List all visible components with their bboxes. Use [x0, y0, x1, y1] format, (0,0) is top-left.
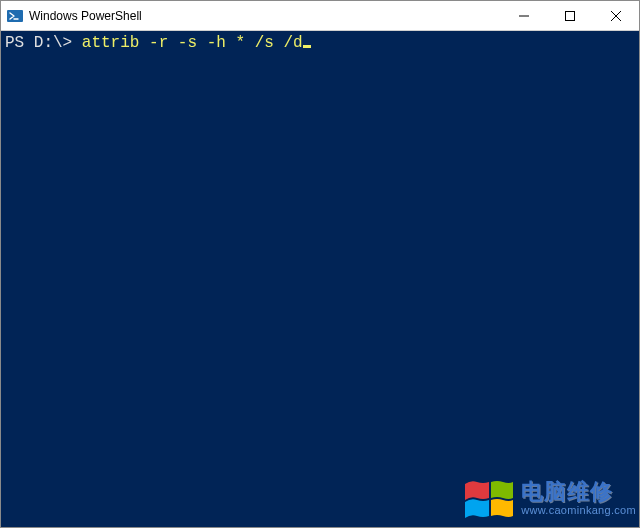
- cursor: [303, 45, 311, 48]
- command-text: attrib -r -s -h * /s /d: [82, 34, 303, 52]
- prompt-text: PS D:\>: [5, 34, 82, 52]
- minimize-button[interactable]: [501, 1, 547, 30]
- window-title: Windows PowerShell: [29, 9, 501, 23]
- close-button[interactable]: [593, 1, 639, 30]
- powershell-icon: [7, 8, 23, 24]
- svg-rect-2: [566, 11, 575, 20]
- titlebar[interactable]: Windows PowerShell: [1, 1, 639, 31]
- svg-rect-0: [7, 10, 23, 22]
- powershell-window: Windows PowerShell PS D:\> attrib -r -s …: [0, 0, 640, 528]
- prompt-line: PS D:\> attrib -r -s -h * /s /d: [5, 34, 311, 52]
- maximize-button[interactable]: [547, 1, 593, 30]
- window-controls: [501, 1, 639, 30]
- terminal-area[interactable]: PS D:\> attrib -r -s -h * /s /d: [1, 31, 639, 527]
